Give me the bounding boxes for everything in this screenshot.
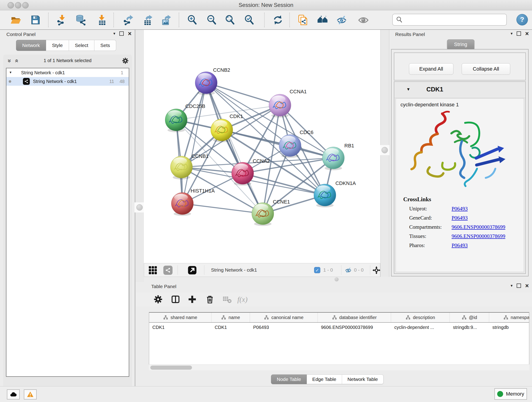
- hidden-eye-slash-icon[interactable]: [345, 267, 352, 274]
- memory-status-dot: [497, 391, 503, 397]
- tab-style[interactable]: Style: [46, 40, 69, 51]
- column-header-name[interactable]: name: [211, 313, 250, 322]
- import-network-from-database-icon[interactable]: [75, 14, 86, 26]
- edge-CCNB2-HIST1H1A[interactable]: [182, 83, 206, 204]
- warnings-button[interactable]: [24, 389, 37, 400]
- collapse-all-button[interactable]: Collapse All: [462, 63, 510, 75]
- horizontal-splitter[interactable]: [144, 277, 532, 282]
- horizontal-splitter-handle[interactable]: [335, 277, 339, 281]
- zoom-fit-icon[interactable]: [225, 14, 235, 26]
- zoom-out-icon[interactable]: [206, 14, 217, 26]
- node-CDC6[interactable]: CDC6: [279, 129, 313, 158]
- column-header-canonical-name[interactable]: canonical name: [250, 313, 318, 322]
- first-neighbors-icon[interactable]: [317, 14, 328, 26]
- node-RB1[interactable]: RB1: [322, 143, 354, 170]
- crosslink-link[interactable]: P06493: [452, 215, 468, 221]
- left-splitter-handle[interactable]: [134, 202, 145, 212]
- tab-network[interactable]: Network: [16, 40, 46, 51]
- show-columns-icon[interactable]: [171, 295, 180, 304]
- panel-menu-icon[interactable]: ▾: [511, 31, 513, 36]
- table-cell[interactable]: stringdb: [489, 323, 529, 332]
- scrollbar-thumb[interactable]: [150, 366, 192, 370]
- network-options-gear-icon[interactable]: [122, 57, 129, 64]
- search-box[interactable]: [392, 14, 507, 26]
- open-session-icon[interactable]: [10, 14, 21, 26]
- tab-network-table[interactable]: Network Table: [342, 375, 384, 384]
- node-table: shared namenamecanonical namedatabase id…: [149, 312, 529, 370]
- tab-sets[interactable]: Sets: [94, 40, 116, 51]
- table-cell[interactable]: 9606.ENSP00000378699: [318, 323, 391, 332]
- string-network-badge-icon[interactable]: [163, 266, 172, 275]
- panel-menu-icon[interactable]: ▾: [114, 31, 115, 36]
- zoom-in-icon[interactable]: [187, 14, 198, 26]
- node-CDK1[interactable]: CDK1: [211, 114, 243, 142]
- create-column-icon[interactable]: [188, 295, 197, 304]
- clone-network-icon[interactable]: [298, 14, 309, 26]
- table-body: CDK1CDK1P064939606.ENSP00000378699cyclin…: [149, 323, 529, 332]
- column-header-database-identifier[interactable]: database identifier: [318, 313, 391, 322]
- table-horizontal-scrollbar[interactable]: [149, 364, 529, 370]
- import-table-from-file-icon[interactable]: [96, 14, 107, 26]
- table-cell[interactable]: P06493: [250, 323, 318, 332]
- node-CCNB2[interactable]: CCNB2: [195, 67, 230, 95]
- export-network-icon[interactable]: [123, 14, 134, 26]
- cdk1-section-header[interactable]: ▾ CDK1: [394, 82, 525, 98]
- panel-float-icon[interactable]: [517, 283, 521, 288]
- table-options-gear-icon[interactable]: [153, 295, 163, 304]
- show-graphics-details-icon[interactable]: [358, 14, 369, 26]
- network-view-canvas[interactable]: CCNB2CCNA1CDC25BCDK1CDC6RB1CCNB1CCNA2CDK…: [144, 30, 380, 263]
- panel-close-icon[interactable]: ×: [128, 32, 132, 36]
- network-graph[interactable]: CCNB2CCNA1CDC25BCDK1CDC6RB1CCNB1CCNA2CDK…: [144, 30, 380, 263]
- network-row-selected[interactable]: String Network - cdk1 11 48: [6, 77, 129, 86]
- tab-edge-table[interactable]: Edge Table: [307, 375, 342, 384]
- panel-float-icon[interactable]: [119, 32, 124, 36]
- node-HIST1H1A[interactable]: HIST1H1A: [171, 188, 215, 216]
- column-header-description[interactable]: description: [391, 313, 450, 322]
- crosslink-link[interactable]: P06493: [452, 242, 468, 249]
- refresh-view-icon[interactable]: [272, 14, 283, 26]
- node-label: CCNA1: [290, 89, 307, 95]
- search-input[interactable]: [405, 17, 506, 23]
- export-table-icon[interactable]: [142, 14, 153, 26]
- crosslink-link[interactable]: 9606.ENSP00000378699: [452, 224, 505, 230]
- panel-close-icon[interactable]: ×: [525, 283, 529, 288]
- table-row[interactable]: CDK1CDK1P064939606.ENSP00000378699cyclin…: [149, 323, 529, 332]
- edge-HIST1H1A-CCNE1[interactable]: [182, 204, 263, 214]
- hide-graphics-details-icon[interactable]: [336, 14, 347, 26]
- import-network-from-file-icon[interactable]: [56, 14, 67, 26]
- crosslink-link[interactable]: 9606.ENSP00000378699: [452, 233, 505, 239]
- panel-float-icon[interactable]: [517, 32, 521, 36]
- section-expander-icon[interactable]: ▾: [407, 86, 410, 92]
- automation-cloud-button[interactable]: [7, 389, 20, 400]
- expand-all-button[interactable]: Expand All: [409, 63, 453, 75]
- save-session-icon[interactable]: [30, 14, 41, 26]
- selected-checkbox[interactable]: ✓: [314, 267, 320, 273]
- crosshair-icon[interactable]: [372, 266, 380, 274]
- panel-close-icon[interactable]: ×: [525, 32, 529, 36]
- edge-CCNB2-CCNA1[interactable]: [206, 83, 280, 105]
- table-cell[interactable]: stringdb:9...: [450, 323, 489, 332]
- tab-string[interactable]: String: [447, 39, 474, 50]
- open-in-new-window-icon[interactable]: [188, 266, 197, 275]
- column-header-namespace[interactable]: namespace: [489, 313, 529, 322]
- help-button[interactable]: ?: [516, 14, 528, 26]
- memory-button[interactable]: Memory: [494, 388, 527, 400]
- zoom-selected-icon[interactable]: [244, 14, 255, 26]
- grid-view-icon[interactable]: [148, 266, 157, 275]
- right-splitter-handle[interactable]: [380, 145, 390, 155]
- delete-column-trash-icon[interactable]: [205, 295, 215, 304]
- table-cell[interactable]: CDK1: [211, 323, 250, 332]
- right-splitter[interactable]: [380, 30, 389, 277]
- collection-expander-icon[interactable]: ▾: [10, 70, 12, 75]
- column-header--id[interactable]: @id: [450, 313, 489, 322]
- tab-select[interactable]: Select: [69, 40, 94, 51]
- table-cell[interactable]: cyclin-dependent ...: [391, 323, 450, 332]
- network-collection-row[interactable]: ▾ String Network - cdk1 1: [6, 68, 129, 77]
- panel-menu-icon[interactable]: ▾: [511, 283, 513, 288]
- column-header-shared-name[interactable]: shared name: [149, 313, 211, 322]
- tab-node-table[interactable]: Node Table: [271, 375, 307, 384]
- table-cell[interactable]: CDK1: [149, 323, 211, 332]
- export-image-icon[interactable]: [161, 14, 172, 26]
- crosslink-link[interactable]: P06493: [452, 206, 468, 212]
- edge-CCNB2-CCNE1[interactable]: [206, 83, 263, 214]
